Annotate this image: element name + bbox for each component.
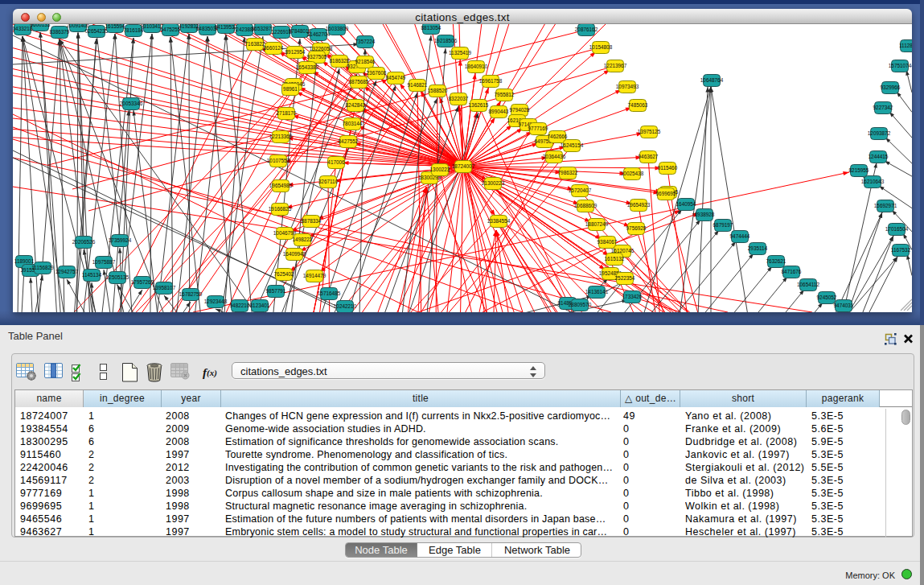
svg-text:0699695: 0699695 xyxy=(656,191,676,196)
svg-text:20053346: 20053346 xyxy=(120,101,143,106)
svg-text:16961758: 16961758 xyxy=(479,78,503,84)
svg-text:12213369: 12213369 xyxy=(269,134,293,139)
svg-text:7803144: 7803144 xyxy=(343,121,363,126)
svg-text:15692971: 15692971 xyxy=(874,203,897,208)
svg-text:2367608: 2367608 xyxy=(367,70,387,76)
svg-text:1145134: 1145134 xyxy=(82,272,102,278)
svg-text:9115460: 9115460 xyxy=(658,165,678,171)
svg-text:12213967: 12213967 xyxy=(604,63,627,68)
svg-text:12505135: 12505135 xyxy=(106,274,129,280)
svg-text:16120746: 16120746 xyxy=(611,248,634,253)
svg-text:20206526: 20206526 xyxy=(72,239,96,245)
svg-text:21300223: 21300223 xyxy=(482,180,505,186)
svg-text:1189001: 1189001 xyxy=(14,258,35,264)
svg-text:11325419: 11325419 xyxy=(449,50,471,56)
svg-text:2718170: 2718170 xyxy=(277,110,297,116)
svg-text:8878334: 8878334 xyxy=(302,218,322,224)
svg-text:1244415: 1244415 xyxy=(869,154,889,159)
svg-text:9857791: 9857791 xyxy=(266,288,286,294)
svg-text:12942757: 12942757 xyxy=(55,269,79,274)
svg-text:16210643: 16210643 xyxy=(861,179,885,184)
svg-text:13384554: 13384554 xyxy=(487,218,511,224)
svg-text:9474444: 9474444 xyxy=(730,233,750,239)
svg-text:51462704: 51462704 xyxy=(307,31,331,37)
svg-text:1498222: 1498222 xyxy=(293,237,313,242)
svg-text:8813054: 8813054 xyxy=(421,25,441,31)
svg-text:12923448: 12923448 xyxy=(204,299,228,304)
svg-text:7632621: 7632621 xyxy=(766,258,786,264)
svg-text:16782759: 16782759 xyxy=(179,291,203,297)
svg-text:7462666: 7462666 xyxy=(548,134,568,139)
svg-text:17957263: 17957263 xyxy=(131,279,154,285)
svg-text:15716485: 15716485 xyxy=(318,290,341,296)
svg-text:20364436: 20364436 xyxy=(543,154,566,159)
svg-text:417006: 417006 xyxy=(327,159,345,165)
svg-text:9384067: 9384067 xyxy=(598,239,618,245)
svg-text:02654235: 02654235 xyxy=(85,28,109,34)
svg-text:10648764: 10648764 xyxy=(700,77,724,83)
svg-text:98961: 98961 xyxy=(283,86,298,92)
svg-text:2935114: 2935114 xyxy=(748,245,768,251)
svg-text:9327505: 9327505 xyxy=(307,54,327,60)
svg-text:9756928: 9756928 xyxy=(626,225,647,231)
svg-text:16033809: 16033809 xyxy=(326,26,349,31)
svg-text:8322037: 8322037 xyxy=(449,96,469,101)
svg-text:10975887: 10975887 xyxy=(92,259,116,265)
svg-text:15720407: 15720407 xyxy=(569,187,592,193)
svg-text:9474031: 9474031 xyxy=(834,303,854,308)
svg-text:9218546: 9218546 xyxy=(355,59,376,64)
svg-text:2522354: 2522354 xyxy=(615,275,635,281)
svg-text:1112843: 1112843 xyxy=(899,43,912,48)
svg-text:1640954: 1640954 xyxy=(676,201,696,207)
svg-text:8938928: 8938928 xyxy=(695,212,715,217)
svg-text:19218506: 19218506 xyxy=(434,38,458,43)
svg-text:9482210: 9482210 xyxy=(230,303,250,308)
svg-text:6475255: 6475255 xyxy=(161,27,181,32)
svg-text:7485063: 7485063 xyxy=(628,102,648,108)
svg-text:11156829: 11156829 xyxy=(31,265,54,270)
svg-text:9146821: 9146821 xyxy=(408,82,428,88)
svg-text:1588520: 1588520 xyxy=(428,88,448,93)
svg-text:10025438: 10025438 xyxy=(621,171,644,176)
svg-text:8990443: 8990443 xyxy=(489,109,509,114)
svg-text:8215955: 8215955 xyxy=(849,167,869,173)
svg-text:8912954: 8912954 xyxy=(285,49,306,55)
svg-text:8186328: 8186328 xyxy=(330,58,350,64)
svg-text:3875685: 3875685 xyxy=(349,79,369,84)
svg-text:10688609: 10688609 xyxy=(574,203,598,208)
svg-text:8660124: 8660124 xyxy=(264,45,284,51)
svg-text:1300223: 1300223 xyxy=(430,167,450,172)
svg-text:8471676: 8471676 xyxy=(782,269,802,274)
svg-text:8123401: 8123401 xyxy=(250,303,270,308)
svg-text:9245052: 9245052 xyxy=(817,295,837,300)
svg-text:9600133: 9600133 xyxy=(31,24,51,27)
svg-text:8386379: 8386379 xyxy=(50,29,70,35)
svg-text:10654112: 10654112 xyxy=(797,282,819,287)
svg-text:6879197: 6879197 xyxy=(713,222,733,228)
svg-text:7955812: 7955812 xyxy=(495,92,515,97)
svg-text:19166825: 19166825 xyxy=(269,206,292,212)
svg-text:28809570: 28809570 xyxy=(569,302,592,307)
svg-text:18807249: 18807249 xyxy=(585,221,609,227)
svg-text:13226058: 13226058 xyxy=(310,46,333,51)
svg-text:10046798: 10046798 xyxy=(273,230,297,236)
svg-text:19654923: 19654923 xyxy=(627,202,651,208)
svg-text:7625402: 7625402 xyxy=(274,271,294,277)
svg-text:9794028: 9794028 xyxy=(510,107,530,113)
svg-text:10973493: 10973493 xyxy=(616,84,639,89)
svg-text:19654985: 19654985 xyxy=(269,183,293,188)
svg-text:16245154: 16245154 xyxy=(561,142,584,148)
svg-text:1362615: 1362615 xyxy=(469,102,489,108)
svg-text:9777169: 9777169 xyxy=(528,126,548,131)
svg-text:16543382: 16543382 xyxy=(296,64,319,70)
svg-text:10242210: 10242210 xyxy=(334,303,357,309)
svg-text:16409948: 16409948 xyxy=(283,251,306,257)
svg-text:15751074: 15751074 xyxy=(889,63,912,68)
svg-text:13975125: 13975125 xyxy=(638,129,661,134)
svg-text:10154808: 10154808 xyxy=(589,44,613,50)
svg-text:17016504: 17016504 xyxy=(885,226,909,232)
svg-text:9463627: 9463627 xyxy=(639,154,659,159)
svg-text:1733426: 1733426 xyxy=(622,294,643,299)
svg-text:9329966: 9329966 xyxy=(881,84,901,90)
svg-text:1615132: 1615132 xyxy=(605,256,625,262)
